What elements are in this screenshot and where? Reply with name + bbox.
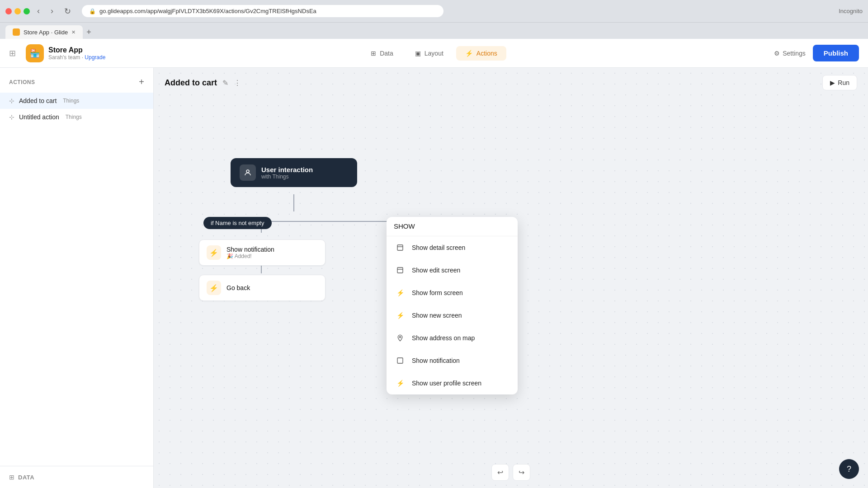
app-header: ⊞ 🏪 Store App Sarah's team · Upgrade ⊞ D… [0, 39, 868, 68]
new-tab-btn[interactable]: + [83, 26, 95, 39]
header-actions: ⚙ Settings Publish [741, 45, 859, 61]
app-name: Store App [48, 46, 105, 54]
run-icon: ▶ [830, 79, 835, 86]
app-info: Store App Sarah's team · Upgrade [48, 46, 105, 61]
app-logo-area: ⊞ 🏪 Store App Sarah's team · Upgrade [9, 44, 127, 62]
user-interaction-subtitle: with Things [261, 174, 313, 180]
sidebar-header: ACTIONS + [0, 68, 153, 93]
show-notification-icon: ⚡ [207, 245, 221, 260]
layout-tab-icon: ▣ [415, 50, 421, 57]
action-name-1: Added to cart [19, 97, 57, 104]
show-profile-label: Show user profile screen [412, 380, 481, 387]
dropdown-item-show-profile[interactable]: ⚡ Show user profile screen [387, 372, 518, 394]
show-detail-icon [394, 241, 406, 254]
window-controls [5, 8, 30, 14]
nav-layout-tab[interactable]: ▣ Layout [406, 46, 453, 61]
back-btn[interactable]: ‹ [33, 5, 43, 18]
minimize-window-btn[interactable] [14, 8, 21, 14]
action-search-dropdown: Show detail screen Show edit screen ⚡ Sh… [387, 217, 518, 394]
dropdown-item-show-detail[interactable]: Show detail screen [387, 236, 518, 259]
dropdown-item-show-new[interactable]: ⚡ Show new screen [387, 304, 518, 327]
show-profile-icon: ⚡ [394, 377, 406, 389]
more-options-btn[interactable]: ⋮ [234, 79, 241, 87]
show-notification-text: Show notification 🎉 Added! [226, 246, 274, 259]
dropdown-search-input[interactable] [394, 222, 510, 230]
user-interaction-title: User interaction [261, 166, 313, 174]
user-interaction-text: User interaction with Things [261, 166, 313, 180]
show-notification-label: Show notification [412, 357, 460, 364]
tab-title: Store App · Glide [24, 29, 68, 36]
bottom-toolbar: ↩ ↪ [491, 464, 530, 481]
svg-point-5 [246, 170, 249, 173]
publish-btn[interactable]: Publish [813, 45, 859, 61]
actions-tab-icon: ⚡ [465, 50, 473, 57]
go-back-title: Go back [226, 284, 250, 291]
show-map-icon [394, 332, 406, 344]
help-btn[interactable]: ? [839, 459, 859, 479]
tab-close-btn[interactable]: ✕ [71, 29, 75, 35]
if-branch-label-container: if Name is not empty [203, 217, 272, 229]
redo-btn[interactable]: ↪ [513, 464, 530, 481]
upgrade-link[interactable]: Upgrade [85, 54, 105, 61]
sidebar-footer[interactable]: ⊞ DATA [0, 466, 153, 488]
show-form-icon: ⚡ [394, 286, 406, 299]
go-back-text: Go back [226, 284, 250, 291]
tab-favicon [13, 28, 20, 36]
svg-point-8 [399, 336, 401, 338]
if-branch-label[interactable]: if Name is not empty [203, 217, 272, 229]
sidebar-item-added-to-cart[interactable]: ⊹ Added to cart Things [0, 93, 153, 109]
dropdown-item-show-map[interactable]: Show address on map [387, 327, 518, 349]
add-action-btn[interactable]: + [139, 77, 144, 87]
nav-data-tab[interactable]: ⊞ Data [362, 46, 402, 61]
action-tag-1: Things [63, 98, 79, 104]
main-layout: ACTIONS + ⊹ Added to cart Things ⊹ Untit… [0, 68, 868, 488]
show-form-label: Show form screen [412, 289, 463, 296]
show-map-label: Show address on map [412, 334, 475, 342]
browser-tab[interactable]: Store App · Glide ✕ [5, 25, 83, 39]
address-bar[interactable]: 🔒 go.glideapps.com/app/walgjFpIVLDTX3b5K… [82, 5, 443, 17]
action-name-2: Untitled action [19, 113, 59, 121]
action-icon-1: ⊹ [9, 97, 14, 104]
app-icon: 🏪 [26, 44, 44, 62]
settings-icon: ⚙ [774, 50, 780, 57]
data-footer-icon: ⊞ [9, 474, 14, 481]
data-tab-icon: ⊞ [371, 50, 376, 57]
header-nav: ⊞ Data ▣ Layout ⚡ Actions [127, 46, 741, 61]
dropdown-item-show-notification[interactable]: Show notification [387, 349, 518, 372]
go-back-icon: ⚡ [207, 281, 221, 295]
lock-icon: 🔒 [89, 8, 96, 14]
url-text: go.glideapps.com/app/walgjFpIVLDTX3b5K69… [99, 8, 316, 14]
user-interaction-node[interactable]: User interaction with Things [231, 158, 357, 187]
go-back-node[interactable]: ⚡ Go back [199, 275, 326, 301]
show-notification-node[interactable]: ⚡ Show notification 🎉 Added! [199, 239, 326, 266]
sidebar-item-untitled-action[interactable]: ⊹ Untitled action Things [0, 109, 153, 125]
canvas-toolbar: Added to cart ✎ ⋮ ▶ Run [154, 68, 868, 98]
forward-btn[interactable]: › [47, 5, 57, 18]
action-tag-2: Things [66, 114, 82, 120]
edit-title-btn[interactable]: ✎ [222, 79, 228, 87]
dropdown-search-area [387, 217, 518, 236]
show-notification-title: Show notification [226, 246, 274, 253]
data-footer-label: DATA [18, 474, 34, 481]
undo-btn[interactable]: ↩ [491, 464, 509, 481]
dropdown-item-show-form[interactable]: ⚡ Show form screen [387, 282, 518, 304]
refresh-btn[interactable]: ↻ [61, 5, 75, 18]
maximize-window-btn[interactable] [24, 8, 30, 14]
user-interaction-icon [240, 164, 256, 181]
app-team: Sarah's team · Upgrade [48, 54, 105, 61]
browser-chrome: ‹ › ↻ 🔒 go.glideapps.com/app/walgjFpIVLD… [0, 0, 868, 23]
grid-icon[interactable]: ⊞ [9, 48, 16, 58]
nav-actions-tab[interactable]: ⚡ Actions [456, 46, 506, 61]
run-btn[interactable]: ▶ Run [822, 75, 857, 90]
canvas-title: Added to cart [165, 78, 217, 88]
close-window-btn[interactable] [5, 8, 12, 14]
svg-rect-7 [397, 267, 403, 273]
incognito-indicator: Incognito [839, 8, 863, 14]
sidebar: ACTIONS + ⊹ Added to cart Things ⊹ Untit… [0, 68, 154, 488]
show-notification-sub: 🎉 Added! [226, 253, 274, 259]
dropdown-item-show-edit[interactable]: Show edit screen [387, 259, 518, 282]
show-notif-icon [394, 354, 406, 367]
settings-btn[interactable]: ⚙ Settings [774, 50, 806, 57]
show-edit-icon [394, 264, 406, 277]
show-new-label: Show new screen [412, 312, 462, 319]
